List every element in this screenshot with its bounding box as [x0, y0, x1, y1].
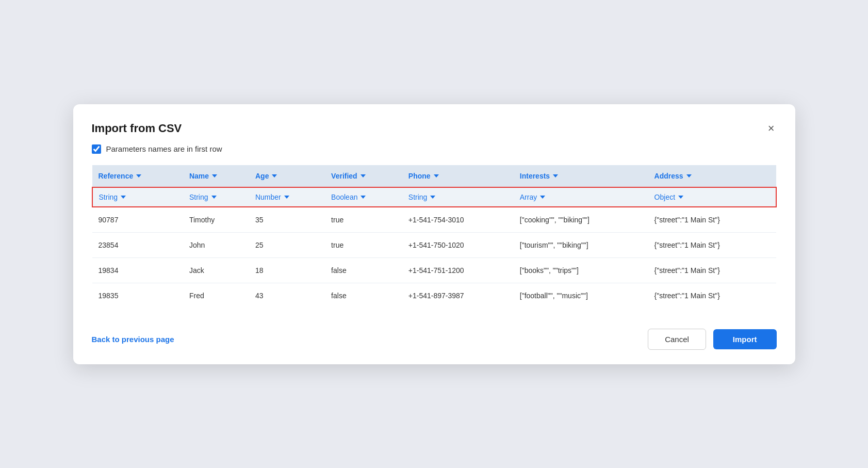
type-cell-phone[interactable]: String — [402, 187, 514, 207]
table-row: 19835 Fred 43 false +1-541-897-3987 ["fo… — [92, 283, 776, 308]
type-cell-address[interactable]: Object — [648, 187, 776, 207]
first-row-label: Parameters names are in first row — [106, 144, 222, 153]
checkbox-row: Parameters names are in first row — [92, 144, 777, 154]
type-selector-name[interactable]: String — [189, 193, 217, 201]
cell-interests-1: ["tourism"", ""biking""] — [514, 232, 648, 257]
cell-age-2: 18 — [249, 257, 325, 283]
cell-verified-3: false — [325, 283, 402, 308]
cell-name-1: John — [183, 232, 249, 257]
import-csv-modal: Import from CSV × Parameters names are i… — [73, 104, 795, 364]
type-cell-name[interactable]: String — [183, 187, 249, 207]
modal-title: Import from CSV — [92, 122, 182, 135]
cell-address-2: {"street":"1 Main St"} — [648, 257, 776, 283]
type-cell-verified[interactable]: Boolean — [325, 187, 402, 207]
type-cell-interests[interactable]: Array — [514, 187, 648, 207]
type-selector-verified[interactable]: Boolean — [331, 193, 366, 201]
modal-header: Import from CSV × — [92, 121, 777, 136]
chevron-down-icon — [553, 174, 558, 177]
footer-actions: Cancel Import — [648, 329, 776, 350]
cell-name-3: Fred — [183, 283, 249, 308]
col-header-phone[interactable]: Phone — [402, 165, 514, 187]
chevron-down-icon — [272, 174, 277, 177]
col-header-reference[interactable]: Reference — [92, 165, 183, 187]
type-selector-interests[interactable]: Array — [520, 193, 545, 201]
cell-age-1: 25 — [249, 232, 325, 257]
cell-reference-3: 19835 — [92, 283, 183, 308]
chevron-down-icon — [361, 196, 366, 199]
cell-address-0: {"street":"1 Main St"} — [648, 207, 776, 233]
type-selector-reference[interactable]: String — [99, 193, 126, 201]
cell-address-1: {"street":"1 Main St"} — [648, 232, 776, 257]
cell-age-0: 35 — [249, 207, 325, 233]
table-row: 19834 Jack 18 false +1-541-751-1200 ["bo… — [92, 257, 776, 283]
type-selector-phone[interactable]: String — [408, 193, 436, 201]
type-cell-age[interactable]: Number — [249, 187, 325, 207]
cell-interests-0: ["cooking"", ""biking""] — [514, 207, 648, 233]
cell-reference-0: 90787 — [92, 207, 183, 233]
cell-interests-2: ["books"", ""trips""] — [514, 257, 648, 283]
chevron-down-icon — [121, 196, 126, 199]
type-selector-address[interactable]: Object — [654, 193, 683, 201]
modal-footer: Back to previous page Cancel Import — [92, 325, 777, 350]
cell-phone-1: +1-541-750-1020 — [402, 232, 514, 257]
chevron-down-icon — [540, 196, 545, 199]
import-button[interactable]: Import — [713, 329, 777, 349]
type-selector-age[interactable]: Number — [255, 193, 289, 201]
chevron-down-icon — [136, 174, 141, 177]
col-header-address[interactable]: Address — [648, 165, 776, 187]
cell-reference-2: 19834 — [92, 257, 183, 283]
cell-verified-2: false — [325, 257, 402, 283]
cell-address-3: {"street":"1 Main St"} — [648, 283, 776, 308]
cell-name-0: Timothy — [183, 207, 249, 233]
col-header-age[interactable]: Age — [249, 165, 325, 187]
csv-table-wrapper: Reference Name Age — [92, 165, 777, 308]
col-header-verified[interactable]: Verified — [325, 165, 402, 187]
cell-reference-1: 23854 — [92, 232, 183, 257]
table-type-row: String String Number — [92, 187, 776, 207]
chevron-down-icon — [212, 174, 217, 177]
table-row: 90787 Timothy 35 true +1-541-754-3010 ["… — [92, 207, 776, 233]
cancel-button[interactable]: Cancel — [648, 329, 706, 350]
cell-verified-0: true — [325, 207, 402, 233]
chevron-down-icon — [434, 174, 439, 177]
cell-interests-3: ["football"", ""music""] — [514, 283, 648, 308]
back-to-previous-page-link[interactable]: Back to previous page — [92, 335, 174, 344]
close-button[interactable]: × — [766, 121, 777, 136]
first-row-checkbox[interactable] — [92, 144, 101, 154]
cell-name-2: Jack — [183, 257, 249, 283]
col-header-interests[interactable]: Interests — [514, 165, 648, 187]
cell-phone-2: +1-541-751-1200 — [402, 257, 514, 283]
table-header-row: Reference Name Age — [92, 165, 776, 187]
chevron-down-icon — [430, 196, 435, 199]
cell-phone-3: +1-541-897-3987 — [402, 283, 514, 308]
cell-phone-0: +1-541-754-3010 — [402, 207, 514, 233]
cell-age-3: 43 — [249, 283, 325, 308]
table-body: 90787 Timothy 35 true +1-541-754-3010 ["… — [92, 207, 776, 308]
table-row: 23854 John 25 true +1-541-750-1020 ["tou… — [92, 232, 776, 257]
type-cell-reference[interactable]: String — [92, 187, 183, 207]
csv-table: Reference Name Age — [92, 165, 777, 308]
chevron-down-icon — [211, 196, 217, 199]
chevron-down-icon — [361, 174, 366, 177]
chevron-down-icon — [284, 196, 289, 199]
chevron-down-icon — [678, 196, 683, 199]
cell-verified-1: true — [325, 232, 402, 257]
chevron-down-icon — [686, 174, 692, 177]
col-header-name[interactable]: Name — [183, 165, 249, 187]
